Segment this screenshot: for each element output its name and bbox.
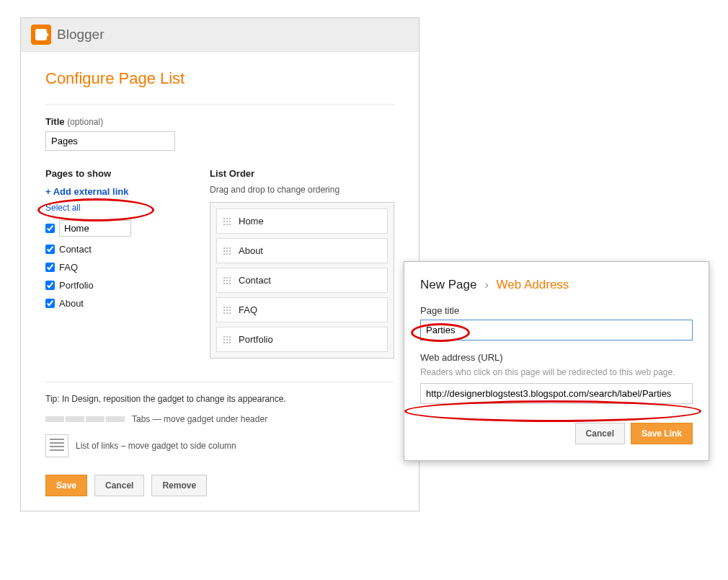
order-item-label: About: [239, 245, 263, 256]
breadcrumb-separator: ›: [484, 278, 489, 291]
page-title-input[interactable]: [420, 320, 693, 340]
checkbox-label: Contact: [59, 244, 92, 255]
popup-cancel-button[interactable]: Cancel: [575, 423, 625, 444]
home-text-input[interactable]: [59, 220, 131, 237]
select-all-link[interactable]: Select all: [45, 203, 182, 213]
popup-heading: New Page › Web Address: [420, 278, 693, 292]
title-optional: (optional): [67, 117, 103, 127]
list-order-hint: Drag and drop to change ordering: [210, 185, 394, 195]
page-title: Configure Page List: [45, 69, 394, 88]
order-item-label: Home: [239, 216, 264, 227]
order-item[interactable]: About: [216, 238, 388, 263]
header-bar: Blogger: [21, 18, 419, 52]
title-label: Title: [45, 116, 65, 127]
save-button[interactable]: Save: [45, 475, 87, 496]
tip-text: Tip: In Design, reposition the gadget to…: [45, 394, 394, 404]
pages-to-show-heading: Pages to show: [45, 168, 182, 179]
page-title-label: Page title: [420, 305, 693, 316]
configure-page-list-dialog: Blogger Configure Page List Title (optio…: [20, 17, 420, 511]
drag-handle-icon[interactable]: [223, 335, 231, 344]
drag-handle-icon[interactable]: [223, 217, 231, 226]
order-item[interactable]: Portfolio: [216, 327, 388, 352]
drag-handle-icon[interactable]: [223, 247, 231, 255]
web-address-input[interactable]: [420, 383, 693, 404]
remove-button[interactable]: Remove: [151, 475, 207, 496]
save-link-button[interactable]: Save Link: [631, 423, 693, 444]
links-preview-icon: [45, 434, 68, 457]
cancel-button[interactable]: Cancel: [94, 475, 144, 496]
add-external-link[interactable]: + Add external link: [45, 186, 182, 197]
list-order-heading: List Order: [210, 168, 394, 179]
checkbox-home[interactable]: [45, 224, 55, 233]
order-item-label: FAQ: [239, 304, 257, 315]
tabs-preview-icon: [45, 416, 125, 422]
drag-handle-icon[interactable]: [223, 306, 231, 315]
order-list: Home About Contact FAQ Portfolio: [210, 202, 394, 359]
order-item[interactable]: FAQ: [216, 297, 388, 322]
checkbox-label: Portfolio: [59, 280, 94, 291]
links-description: List of links – move gadget to side colu…: [76, 441, 236, 451]
popup-new-page: New Page: [420, 278, 476, 291]
order-item[interactable]: Contact: [216, 268, 388, 293]
new-page-popup: New Page › Web Address Page title Web ad…: [404, 261, 709, 461]
checkbox-label: FAQ: [59, 262, 78, 273]
checkbox-label: About: [59, 298, 84, 309]
blogger-logo-icon: [31, 25, 51, 45]
checkbox-contact[interactable]: [45, 245, 55, 254]
order-item-label: Contact: [239, 275, 271, 286]
title-input[interactable]: [45, 131, 175, 151]
order-item[interactable]: Home: [216, 208, 388, 234]
web-address-label: Web address (URL): [420, 352, 693, 363]
checkbox-portfolio[interactable]: [45, 281, 55, 290]
checkbox-faq[interactable]: [45, 263, 55, 272]
popup-web-address: Web Address: [497, 278, 569, 291]
drag-handle-icon[interactable]: [223, 276, 231, 285]
brand-name: Blogger: [57, 27, 105, 43]
checkbox-about[interactable]: [45, 299, 55, 308]
web-address-hint: Readers who click on this page will be r…: [420, 366, 693, 379]
order-item-label: Portfolio: [239, 334, 273, 345]
tabs-description: Tabs — move gadget under header: [132, 414, 267, 424]
